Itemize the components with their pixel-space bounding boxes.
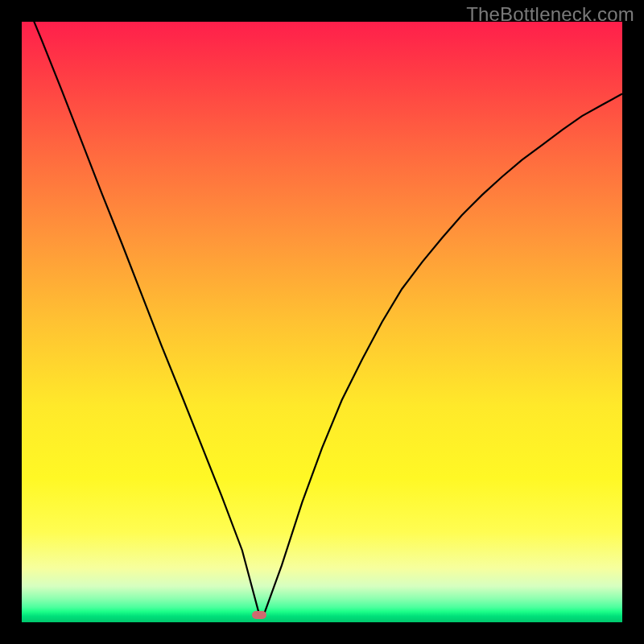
chart-frame: TheBottleneck.com [0,0,644,644]
optimum-marker [252,611,266,619]
plot-area [22,22,622,622]
bottleneck-curve-path [22,0,622,613]
curve-layer [22,22,622,622]
